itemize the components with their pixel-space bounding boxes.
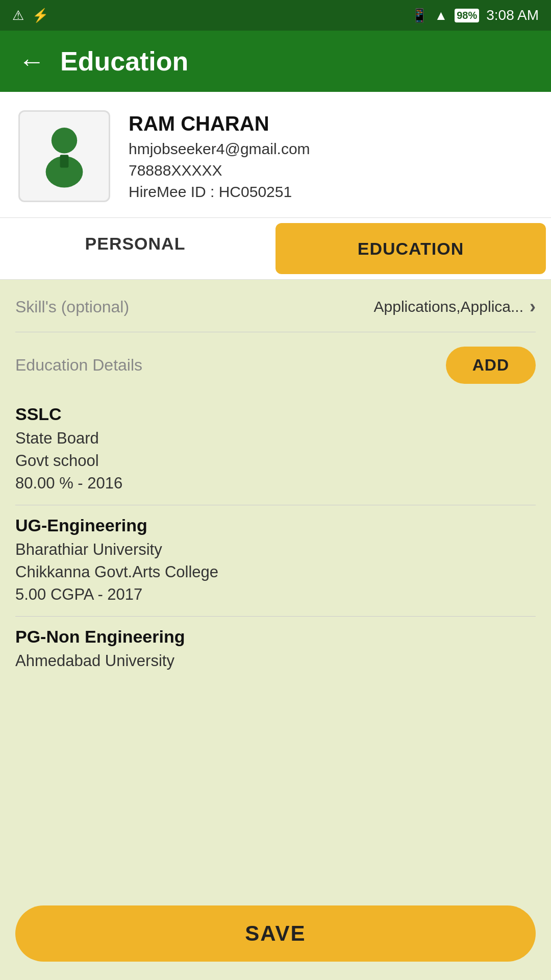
edu-score-ug: 5.00 CGPA - 2017 xyxy=(15,585,536,604)
page-title: Education xyxy=(60,46,188,77)
profile-card: RAM CHARAN hmjobseeker4@gmail.com 78888X… xyxy=(0,92,551,217)
skills-value: Applications,Applica... xyxy=(374,298,524,315)
edu-type-ug: UG-Engineering xyxy=(15,516,536,535)
skills-value-row: Applications,Applica... › xyxy=(374,296,536,317)
edu-entry-ug: UG-Engineering Bharathiar University Chi… xyxy=(15,505,536,617)
profile-info: RAM CHARAN hmjobseeker4@gmail.com 78888X… xyxy=(129,112,533,201)
skills-row[interactable]: Skill's (optional) Applications,Applica.… xyxy=(15,280,536,332)
save-button[interactable]: SAVE xyxy=(15,905,536,962)
edu-type-pg: PG-Non Engineering xyxy=(15,627,536,647)
wifi-icon: ▲ xyxy=(435,8,448,23)
status-icons-right: 📱 ▲ 98% 3:08 AM xyxy=(411,7,539,23)
svg-point-0 xyxy=(52,128,77,153)
profile-phone: 78888XXXXX xyxy=(129,162,533,179)
edu-college-sslc: Govt school xyxy=(15,452,536,470)
avatar xyxy=(18,110,110,202)
tab-personal[interactable]: PERSONAL xyxy=(0,218,270,269)
edu-entry-pg: PG-Non Engineering Ahmedabad University xyxy=(15,617,536,687)
edu-type-sslc: SSLC xyxy=(15,404,536,424)
content-area: Skill's (optional) Applications,Applica.… xyxy=(0,280,551,778)
edu-university-ug: Bharathiar University xyxy=(15,541,536,559)
edu-score-sslc: 80.00 % - 2016 xyxy=(15,474,536,493)
profile-hiremee-id: HireMee ID : HC050251 xyxy=(129,183,533,201)
time-display: 3:08 AM xyxy=(486,7,539,23)
education-details-row: Education Details ADD xyxy=(15,332,536,394)
save-bar: SAVE xyxy=(0,895,551,980)
usb-icon: ⚡ xyxy=(32,8,48,23)
notification-icon: ⚠ xyxy=(12,8,24,23)
tab-education[interactable]: EDUCATION xyxy=(276,223,546,274)
back-button[interactable]: ← xyxy=(18,48,45,75)
battery-indicator: 98% xyxy=(455,9,479,22)
profile-name: RAM CHARAN xyxy=(129,112,533,135)
edu-university-pg: Ahmedabad University xyxy=(15,652,536,670)
header-bar: ← Education xyxy=(0,31,551,92)
tab-row: PERSONAL EDUCATION xyxy=(0,217,551,280)
edu-details-label: Education Details xyxy=(15,356,142,375)
skills-label: Skill's (optional) xyxy=(15,298,129,316)
avatar-icon xyxy=(29,120,100,192)
profile-email: hmjobseeker4@gmail.com xyxy=(129,140,533,158)
edu-university-sslc: State Board xyxy=(15,429,536,448)
status-icons-left: ⚠ ⚡ xyxy=(12,8,48,23)
status-bar: ⚠ ⚡ 📱 ▲ 98% 3:08 AM xyxy=(0,0,551,31)
add-education-button[interactable]: ADD xyxy=(446,347,536,384)
phone-icon: 📱 xyxy=(411,8,428,23)
edu-college-ug: Chikkanna Govt.Arts College xyxy=(15,563,536,581)
chevron-right-icon: › xyxy=(530,296,536,317)
svg-rect-2 xyxy=(60,155,69,167)
edu-entry-sslc: SSLC State Board Govt school 80.00 % - 2… xyxy=(15,394,536,505)
